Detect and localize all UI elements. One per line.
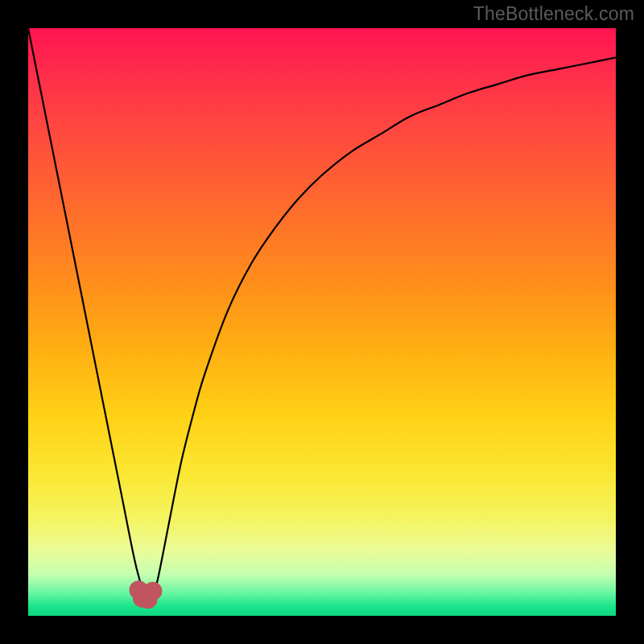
chart-frame: TheBottleneck.com [0, 0, 644, 644]
watermark-text: TheBottleneck.com [473, 3, 634, 25]
curve-overlay [28, 28, 616, 616]
bottleneck-curve [28, 28, 616, 601]
minimum-marker [143, 582, 162, 601]
plot-area [28, 28, 616, 616]
minimum-markers [130, 580, 163, 609]
